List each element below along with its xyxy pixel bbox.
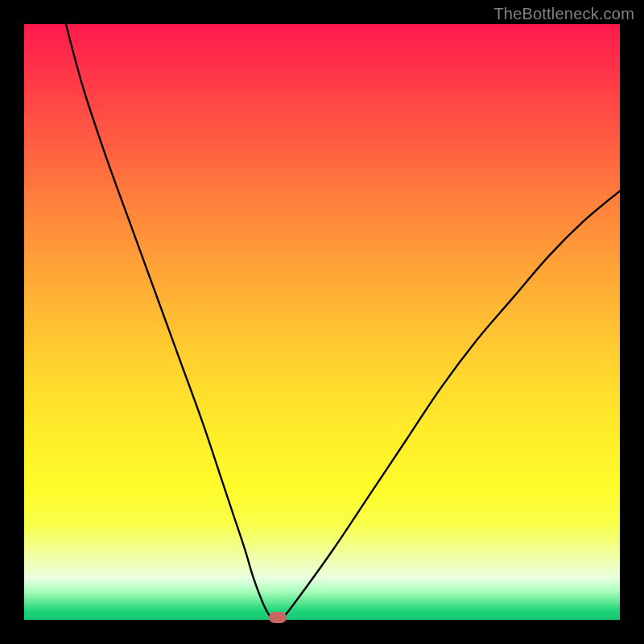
chart-frame: TheBottleneck.com [0, 0, 644, 644]
plot-area [24, 24, 620, 620]
optimum-marker [269, 612, 287, 623]
watermark-text: TheBottleneck.com [493, 5, 634, 23]
bottleneck-curve [24, 24, 620, 620]
